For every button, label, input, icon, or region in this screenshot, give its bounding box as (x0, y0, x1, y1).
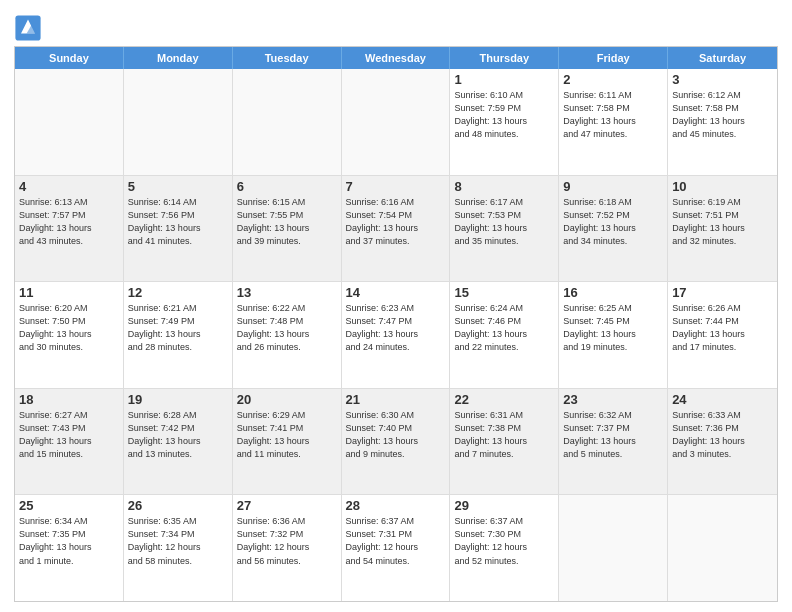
day-info: Sunrise: 6:30 AMSunset: 7:40 PMDaylight:… (346, 409, 446, 461)
day-number: 15 (454, 285, 554, 300)
cal-row-5: 25Sunrise: 6:34 AMSunset: 7:35 PMDayligh… (15, 495, 777, 601)
cal-cell: 28Sunrise: 6:37 AMSunset: 7:31 PMDayligh… (342, 495, 451, 601)
cal-cell: 15Sunrise: 6:24 AMSunset: 7:46 PMDayligh… (450, 282, 559, 388)
day-info: Sunrise: 6:26 AMSunset: 7:44 PMDaylight:… (672, 302, 773, 354)
cal-cell: 12Sunrise: 6:21 AMSunset: 7:49 PMDayligh… (124, 282, 233, 388)
cal-row-2: 4Sunrise: 6:13 AMSunset: 7:57 PMDaylight… (15, 176, 777, 283)
cal-cell: 24Sunrise: 6:33 AMSunset: 7:36 PMDayligh… (668, 389, 777, 495)
day-number: 3 (672, 72, 773, 87)
day-number: 25 (19, 498, 119, 513)
cal-cell: 1Sunrise: 6:10 AMSunset: 7:59 PMDaylight… (450, 69, 559, 175)
cal-cell: 8Sunrise: 6:17 AMSunset: 7:53 PMDaylight… (450, 176, 559, 282)
cal-cell (559, 495, 668, 601)
day-number: 24 (672, 392, 773, 407)
day-number: 10 (672, 179, 773, 194)
day-number: 8 (454, 179, 554, 194)
day-info: Sunrise: 6:16 AMSunset: 7:54 PMDaylight:… (346, 196, 446, 248)
day-info: Sunrise: 6:31 AMSunset: 7:38 PMDaylight:… (454, 409, 554, 461)
cal-cell: 3Sunrise: 6:12 AMSunset: 7:58 PMDaylight… (668, 69, 777, 175)
day-info: Sunrise: 6:14 AMSunset: 7:56 PMDaylight:… (128, 196, 228, 248)
cal-cell: 25Sunrise: 6:34 AMSunset: 7:35 PMDayligh… (15, 495, 124, 601)
day-number: 16 (563, 285, 663, 300)
day-info: Sunrise: 6:15 AMSunset: 7:55 PMDaylight:… (237, 196, 337, 248)
logo (14, 14, 44, 42)
day-info: Sunrise: 6:18 AMSunset: 7:52 PMDaylight:… (563, 196, 663, 248)
cal-cell: 7Sunrise: 6:16 AMSunset: 7:54 PMDaylight… (342, 176, 451, 282)
cal-row-4: 18Sunrise: 6:27 AMSunset: 7:43 PMDayligh… (15, 389, 777, 496)
logo-icon (14, 14, 42, 42)
day-number: 1 (454, 72, 554, 87)
cal-cell: 18Sunrise: 6:27 AMSunset: 7:43 PMDayligh… (15, 389, 124, 495)
day-number: 26 (128, 498, 228, 513)
weekday-header-sunday: Sunday (15, 47, 124, 69)
weekday-header-monday: Monday (124, 47, 233, 69)
day-number: 11 (19, 285, 119, 300)
cal-cell (233, 69, 342, 175)
day-info: Sunrise: 6:35 AMSunset: 7:34 PMDaylight:… (128, 515, 228, 567)
cal-cell: 6Sunrise: 6:15 AMSunset: 7:55 PMDaylight… (233, 176, 342, 282)
day-number: 18 (19, 392, 119, 407)
day-info: Sunrise: 6:29 AMSunset: 7:41 PMDaylight:… (237, 409, 337, 461)
cal-row-1: 1Sunrise: 6:10 AMSunset: 7:59 PMDaylight… (15, 69, 777, 176)
day-info: Sunrise: 6:28 AMSunset: 7:42 PMDaylight:… (128, 409, 228, 461)
cal-cell: 9Sunrise: 6:18 AMSunset: 7:52 PMDaylight… (559, 176, 668, 282)
day-number: 20 (237, 392, 337, 407)
day-info: Sunrise: 6:23 AMSunset: 7:47 PMDaylight:… (346, 302, 446, 354)
day-info: Sunrise: 6:21 AMSunset: 7:49 PMDaylight:… (128, 302, 228, 354)
day-info: Sunrise: 6:37 AMSunset: 7:31 PMDaylight:… (346, 515, 446, 567)
day-info: Sunrise: 6:25 AMSunset: 7:45 PMDaylight:… (563, 302, 663, 354)
day-info: Sunrise: 6:10 AMSunset: 7:59 PMDaylight:… (454, 89, 554, 141)
day-info: Sunrise: 6:11 AMSunset: 7:58 PMDaylight:… (563, 89, 663, 141)
day-number: 12 (128, 285, 228, 300)
weekday-header-tuesday: Tuesday (233, 47, 342, 69)
day-number: 22 (454, 392, 554, 407)
cal-cell: 13Sunrise: 6:22 AMSunset: 7:48 PMDayligh… (233, 282, 342, 388)
weekday-header-wednesday: Wednesday (342, 47, 451, 69)
cal-cell: 14Sunrise: 6:23 AMSunset: 7:47 PMDayligh… (342, 282, 451, 388)
day-info: Sunrise: 6:17 AMSunset: 7:53 PMDaylight:… (454, 196, 554, 248)
day-number: 4 (19, 179, 119, 194)
day-number: 28 (346, 498, 446, 513)
weekday-header-saturday: Saturday (668, 47, 777, 69)
day-info: Sunrise: 6:12 AMSunset: 7:58 PMDaylight:… (672, 89, 773, 141)
day-info: Sunrise: 6:34 AMSunset: 7:35 PMDaylight:… (19, 515, 119, 567)
cal-body: 1Sunrise: 6:10 AMSunset: 7:59 PMDaylight… (15, 69, 777, 601)
day-number: 7 (346, 179, 446, 194)
cal-cell (668, 495, 777, 601)
calendar: SundayMondayTuesdayWednesdayThursdayFrid… (14, 46, 778, 602)
cal-cell: 26Sunrise: 6:35 AMSunset: 7:34 PMDayligh… (124, 495, 233, 601)
day-info: Sunrise: 6:19 AMSunset: 7:51 PMDaylight:… (672, 196, 773, 248)
day-info: Sunrise: 6:27 AMSunset: 7:43 PMDaylight:… (19, 409, 119, 461)
cal-cell: 22Sunrise: 6:31 AMSunset: 7:38 PMDayligh… (450, 389, 559, 495)
day-number: 9 (563, 179, 663, 194)
cal-header: SundayMondayTuesdayWednesdayThursdayFrid… (15, 47, 777, 69)
top-section (14, 10, 778, 42)
day-number: 6 (237, 179, 337, 194)
cal-cell (124, 69, 233, 175)
day-info: Sunrise: 6:13 AMSunset: 7:57 PMDaylight:… (19, 196, 119, 248)
cal-cell: 10Sunrise: 6:19 AMSunset: 7:51 PMDayligh… (668, 176, 777, 282)
cal-cell: 19Sunrise: 6:28 AMSunset: 7:42 PMDayligh… (124, 389, 233, 495)
day-info: Sunrise: 6:36 AMSunset: 7:32 PMDaylight:… (237, 515, 337, 567)
page: SundayMondayTuesdayWednesdayThursdayFrid… (0, 0, 792, 612)
day-info: Sunrise: 6:32 AMSunset: 7:37 PMDaylight:… (563, 409, 663, 461)
cal-cell: 4Sunrise: 6:13 AMSunset: 7:57 PMDaylight… (15, 176, 124, 282)
cal-cell: 2Sunrise: 6:11 AMSunset: 7:58 PMDaylight… (559, 69, 668, 175)
weekday-header-friday: Friday (559, 47, 668, 69)
cal-cell: 17Sunrise: 6:26 AMSunset: 7:44 PMDayligh… (668, 282, 777, 388)
day-info: Sunrise: 6:33 AMSunset: 7:36 PMDaylight:… (672, 409, 773, 461)
cal-cell: 5Sunrise: 6:14 AMSunset: 7:56 PMDaylight… (124, 176, 233, 282)
day-info: Sunrise: 6:20 AMSunset: 7:50 PMDaylight:… (19, 302, 119, 354)
day-number: 13 (237, 285, 337, 300)
day-number: 2 (563, 72, 663, 87)
cal-row-3: 11Sunrise: 6:20 AMSunset: 7:50 PMDayligh… (15, 282, 777, 389)
day-number: 27 (237, 498, 337, 513)
day-number: 19 (128, 392, 228, 407)
day-info: Sunrise: 6:22 AMSunset: 7:48 PMDaylight:… (237, 302, 337, 354)
day-info: Sunrise: 6:37 AMSunset: 7:30 PMDaylight:… (454, 515, 554, 567)
cal-cell: 11Sunrise: 6:20 AMSunset: 7:50 PMDayligh… (15, 282, 124, 388)
cal-cell: 16Sunrise: 6:25 AMSunset: 7:45 PMDayligh… (559, 282, 668, 388)
day-number: 21 (346, 392, 446, 407)
day-number: 14 (346, 285, 446, 300)
day-info: Sunrise: 6:24 AMSunset: 7:46 PMDaylight:… (454, 302, 554, 354)
